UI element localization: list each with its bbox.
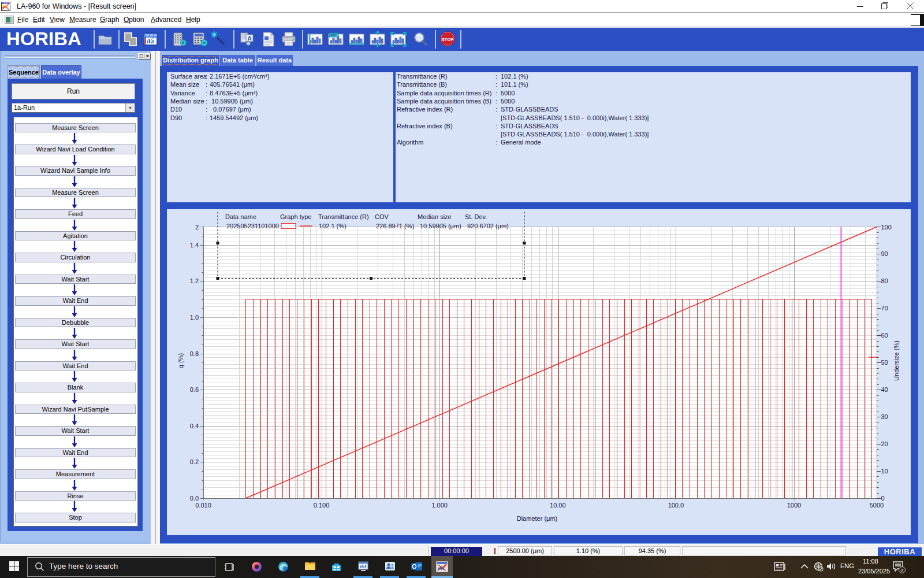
svg-text:10.00: 10.00 <box>550 502 566 509</box>
svg-text:COV: COV <box>375 213 389 220</box>
svg-text:St. Dev.: St. Dev. <box>465 213 487 220</box>
svg-text:A: A <box>247 35 251 42</box>
svg-text:1000: 1000 <box>787 502 801 509</box>
svg-text:0.100: 0.100 <box>314 502 330 509</box>
svg-text:30: 30 <box>881 413 888 420</box>
svg-text:102.1 (%): 102.1 (%) <box>319 223 346 229</box>
svg-text:10: 10 <box>881 468 888 475</box>
svg-text:202505231101000: 202505231101000 <box>226 223 279 229</box>
svg-text:0.8: 0.8 <box>190 350 199 357</box>
svg-text:0.4: 0.4 <box>190 422 199 429</box>
svg-text:Diameter (μm): Diameter (μm) <box>517 515 558 522</box>
svg-text:Data name: Data name <box>225 213 256 220</box>
svg-text:2: 2 <box>195 223 199 230</box>
svg-text:1.000: 1.000 <box>431 502 448 509</box>
svg-text:0: 0 <box>881 495 885 502</box>
svg-text:0.6: 0.6 <box>190 386 199 393</box>
svg-text:50: 50 <box>881 359 888 366</box>
svg-text:5000: 5000 <box>870 502 884 509</box>
svg-text:Transmittance (R): Transmittance (R) <box>318 213 369 220</box>
svg-text:1.0: 1.0 <box>190 314 199 321</box>
svg-text:100: 100 <box>881 223 892 230</box>
svg-text:70: 70 <box>881 305 888 312</box>
svg-text:1.2: 1.2 <box>190 277 199 284</box>
svg-text:Graph type: Graph type <box>280 213 311 220</box>
svg-text:40: 40 <box>881 386 888 393</box>
svg-text:Median size: Median size <box>418 213 452 220</box>
svg-text:60: 60 <box>881 332 888 339</box>
svg-text:100.0: 100.0 <box>668 502 684 509</box>
svg-text:Undersize (%): Undersize (%) <box>893 340 900 381</box>
svg-text:20: 20 <box>881 440 888 447</box>
svg-text:90: 90 <box>881 250 888 257</box>
svg-text:226.8971 (%): 226.8971 (%) <box>376 223 414 229</box>
svg-text:920.6702 (μm): 920.6702 (μm) <box>467 223 509 229</box>
svg-text:10.59905 (μm): 10.59905 (μm) <box>420 223 461 229</box>
svg-text:STOP: STOP <box>442 37 453 42</box>
svg-text:80: 80 <box>881 277 888 284</box>
svg-text:2: 2 <box>900 568 903 573</box>
svg-text:0.010: 0.010 <box>195 502 211 509</box>
svg-text:0.0: 0.0 <box>190 495 199 502</box>
svg-text:1.4: 1.4 <box>190 241 199 248</box>
svg-text:0.2: 0.2 <box>190 458 199 465</box>
svg-text:q (%): q (%) <box>177 353 184 368</box>
